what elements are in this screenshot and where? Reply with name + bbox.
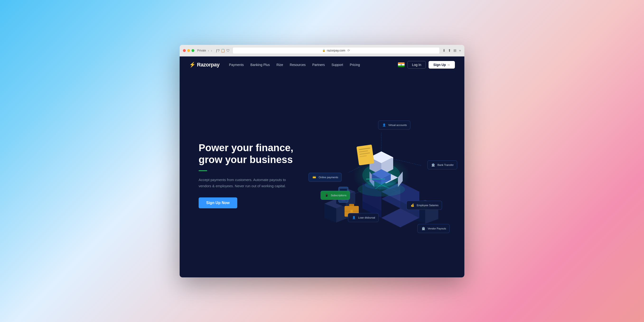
minimize-button[interactable] [187, 49, 190, 52]
logo[interactable]: ⚡ Razorpay [189, 62, 220, 68]
browser-right-controls: ⬇ ⬆ ⊞ + [442, 48, 461, 53]
nav-partners[interactable]: Partners [312, 63, 325, 67]
private-label: Private [197, 49, 206, 52]
svg-rect-52 [350, 210, 353, 212]
logo-icon: ⚡ [189, 62, 196, 68]
forward-arrow[interactable]: › [211, 49, 212, 52]
feature-card-loan-disbursal: 👤 Loan disbursal [348, 213, 379, 222]
iso-scene: 👤 Virtual accounts 💳 Online payments 🏦 B… [306, 114, 457, 237]
online-payments-icon: 💳 [312, 175, 317, 180]
close-button[interactable] [183, 49, 186, 52]
employee-salaries-label: Employee Salaries [417, 204, 438, 207]
india-flag [398, 62, 404, 67]
svg-rect-41 [356, 144, 374, 166]
nav-resources[interactable]: Resources [290, 63, 306, 67]
loan-disbursal-icon: 👤 [352, 215, 356, 220]
employee-salaries-icon: 💰 [410, 203, 415, 208]
browser-window: Private ‹ › ƒ? 📋 🛡 🔒 razorpay.com ⟳ ⬇ ⬆ … [180, 45, 464, 278]
bank-transfer-label: Bank Transfer [438, 164, 454, 166]
signup-now-button[interactable]: Sign Up Now [198, 198, 237, 208]
website-content: ⚡ Razorpay Payments Banking Plus Rize Re… [180, 56, 464, 278]
maximize-button[interactable] [192, 49, 194, 52]
svg-rect-50 [349, 204, 354, 206]
svg-rect-48 [342, 200, 345, 201]
logo-text: Razorpay [197, 62, 220, 68]
subscriptions-label: Subscriptions [331, 194, 346, 197]
back-arrow[interactable]: ‹ [208, 49, 209, 52]
grid-icon[interactable]: ⊞ [454, 48, 456, 53]
nav-payments[interactable]: Payments [229, 63, 244, 67]
virtual-accounts-label: Virtual accounts [388, 124, 407, 126]
download-icon[interactable]: ⬇ [442, 48, 446, 53]
hero-content: Power your finance,grow your business Ac… [198, 142, 298, 208]
login-button[interactable]: Log In [408, 61, 426, 68]
subscriptions-icon: 📱 [324, 193, 329, 198]
virtual-accounts-icon: 👤 [382, 123, 386, 128]
feature-card-bank-transfer: 🏦 Bank Transfer [427, 160, 457, 170]
nav-links: Payments Banking Plus Rize Resources Par… [229, 63, 398, 67]
vendor-payouts-label: Vendor Payouts [428, 227, 446, 230]
refresh-icon[interactable]: ⟳ [348, 49, 350, 52]
lock-icon: 🔒 [322, 49, 326, 52]
feature-card-employee-salaries: 💰 Employee Salaries [406, 201, 442, 210]
nav-support[interactable]: Support [332, 63, 343, 67]
browser-chrome: Private ‹ › ƒ? 📋 🛡 🔒 razorpay.com ⟳ ⬇ ⬆ … [180, 45, 464, 56]
online-payments-label: Online payments [319, 176, 338, 179]
hero-title: Power your finance,grow your business [198, 142, 298, 166]
toolbar-icons: ƒ? 📋 🛡 [216, 49, 230, 52]
n-icon: 📋 [221, 49, 225, 52]
share-icon[interactable]: ⬆ [448, 48, 451, 53]
vendor-payouts-icon: 🏦 [421, 226, 426, 231]
nav-right: Log In Sign Up → [398, 61, 455, 68]
svg-rect-38 [366, 179, 385, 180]
bank-transfer-icon: 🏦 [431, 162, 436, 167]
hero-divider [198, 170, 207, 171]
f-icon: ƒ? [216, 49, 220, 52]
traffic-lights [183, 49, 194, 52]
loan-disbursal-label: Loan disbursal [358, 216, 375, 219]
nav-rize[interactable]: Rize [276, 63, 283, 67]
url-display: razorpay.com [327, 49, 345, 52]
flag-dot [400, 64, 402, 66]
hero-description: Accept payments from customers. Automate… [198, 177, 298, 189]
feature-card-vendor-payouts: 🏦 Vendor Payouts [418, 224, 450, 233]
nav-pricing[interactable]: Pricing [350, 63, 360, 67]
feature-card-subscriptions: 📱 Subscriptions [320, 191, 350, 200]
navbar: ⚡ Razorpay Payments Banking Plus Rize Re… [180, 56, 464, 73]
svg-point-40 [365, 180, 398, 189]
shield-icon: 🛡 [226, 49, 230, 52]
hero-illustration: 👤 Virtual accounts 💳 Online payments 🏦 B… [298, 73, 464, 278]
nav-banking-plus[interactable]: Banking Plus [250, 63, 270, 67]
address-bar[interactable]: 🔒 razorpay.com ⟳ [232, 47, 440, 54]
browser-controls: Private ‹ › [197, 49, 212, 52]
hero-section: Power your finance,grow your business Ac… [180, 73, 464, 278]
add-tab-icon[interactable]: + [459, 48, 461, 52]
feature-card-online-payments: 💳 Online payments [308, 173, 342, 182]
feature-card-virtual-accounts: 👤 Virtual accounts [378, 120, 410, 130]
signup-button[interactable]: Sign Up → [428, 61, 455, 68]
